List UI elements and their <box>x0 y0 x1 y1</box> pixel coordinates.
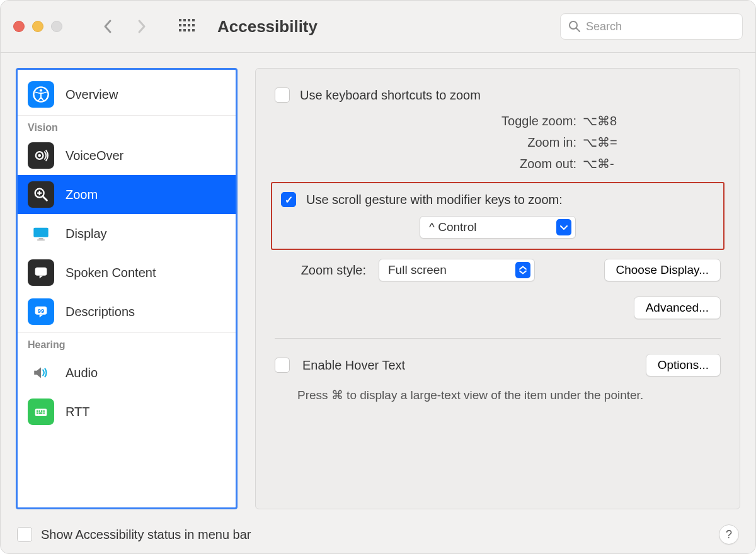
status-menu-bar-checkbox[interactable] <box>17 527 32 542</box>
divider <box>275 338 721 339</box>
stepper-icon <box>515 262 530 278</box>
chevron-right-icon <box>137 19 147 34</box>
modifier-key-value: ^ Control <box>429 220 551 234</box>
advanced-button[interactable]: Advanced... <box>634 297 721 319</box>
help-button[interactable]: ? <box>719 524 739 545</box>
zoom-out-value: ⌥⌘- <box>583 153 639 174</box>
scroll-gesture-checkbox[interactable] <box>281 192 296 207</box>
svg-point-17 <box>38 154 41 157</box>
svg-rect-35 <box>43 412 45 414</box>
hover-text-description: Press ⌘ to display a large-text view of … <box>297 388 721 402</box>
svg-rect-31 <box>41 410 42 412</box>
category-sidebar: Overview Vision VoiceOver Zoom <box>16 68 238 509</box>
help-icon: ? <box>726 528 732 541</box>
sidebar-item-display[interactable]: Display <box>18 214 236 253</box>
sidebar-item-rtt[interactable]: RTT <box>18 392 236 431</box>
toggle-zoom-value: ⌥⌘8 <box>583 110 639 132</box>
svg-rect-24 <box>37 239 45 240</box>
sidebar-heading-hearing: Hearing <box>18 334 236 353</box>
keyboard-shortcuts-label: Use keyboard shortcuts to zoom <box>300 88 481 103</box>
audio-icon <box>28 359 54 386</box>
zoom-in-value: ⌥⌘= <box>583 132 639 153</box>
svg-rect-1 <box>183 19 186 21</box>
keyboard-shortcuts-row: Use keyboard shortcuts to zoom <box>275 88 721 103</box>
zoom-style-value: Full screen <box>388 263 510 277</box>
choose-display-button[interactable]: Choose Display... <box>604 259 721 281</box>
minimize-window-button[interactable] <box>32 21 43 32</box>
svg-rect-7 <box>192 24 195 26</box>
display-icon <box>28 220 54 247</box>
sidebar-item-voiceover[interactable]: VoiceOver <box>18 136 236 175</box>
svg-rect-23 <box>39 238 43 239</box>
sidebar-heading-vision: Vision <box>18 117 236 136</box>
svg-rect-30 <box>39 410 40 412</box>
svg-rect-0 <box>179 19 181 21</box>
svg-rect-2 <box>188 19 190 21</box>
show-all-button[interactable] <box>175 14 200 39</box>
system-preferences-window: Accessibility Overview Vision <box>0 0 756 554</box>
descriptions-icon: 99 <box>28 298 54 325</box>
hover-text-checkbox[interactable] <box>275 358 290 373</box>
sidebar-item-label: VoiceOver <box>66 149 123 163</box>
svg-rect-32 <box>43 410 45 412</box>
nav-buttons <box>93 14 157 39</box>
chevron-left-icon <box>103 19 113 34</box>
zoom-icon <box>28 181 54 208</box>
sidebar-item-descriptions[interactable]: 99 Descriptions <box>18 292 236 331</box>
hover-text-label: Enable Hover Text <box>302 358 405 373</box>
svg-rect-4 <box>179 24 181 26</box>
sidebar-item-label: Descriptions <box>66 305 135 319</box>
scroll-gesture-row: Use scroll gesture with modifier keys to… <box>281 192 714 207</box>
back-button[interactable] <box>93 14 123 39</box>
svg-text:99: 99 <box>38 308 44 314</box>
svg-line-13 <box>576 28 580 31</box>
modifier-key-select[interactable]: ^ Control <box>420 216 576 239</box>
search-icon <box>568 20 581 33</box>
sidebar-item-label: Overview <box>66 88 118 102</box>
toolbar: Accessibility <box>1 1 755 52</box>
svg-rect-11 <box>192 29 195 31</box>
search-input[interactable] <box>586 20 735 33</box>
sidebar-item-audio[interactable]: Audio <box>18 353 236 392</box>
zoom-window-button[interactable] <box>51 21 62 32</box>
svg-rect-8 <box>179 29 181 31</box>
svg-rect-34 <box>39 412 43 414</box>
forward-button[interactable] <box>127 14 157 39</box>
sidebar-item-spoken-content[interactable]: Spoken Content <box>18 253 236 292</box>
zoom-in-label: Zoom in: <box>356 132 583 153</box>
sidebar-item-zoom[interactable]: Zoom <box>18 175 236 214</box>
svg-rect-5 <box>183 24 186 26</box>
toggle-zoom-label: Toggle zoom: <box>356 110 583 132</box>
status-menu-bar-label: Show Accessibility status in menu bar <box>41 528 251 542</box>
sidebar-item-label: Display <box>66 227 107 241</box>
accessibility-icon <box>28 81 54 108</box>
window-controls <box>13 21 62 32</box>
svg-rect-22 <box>33 228 48 237</box>
hover-options-button[interactable]: Options... <box>646 354 721 376</box>
grid-icon <box>179 19 195 34</box>
svg-rect-3 <box>192 19 195 21</box>
search-field[interactable] <box>560 13 743 40</box>
footer: Show Accessibility status in menu bar ? <box>1 516 755 553</box>
sidebar-item-label: Audio <box>66 366 98 380</box>
svg-rect-10 <box>188 29 190 31</box>
spoken-content-icon <box>28 259 54 286</box>
svg-rect-33 <box>37 412 38 414</box>
scroll-gesture-highlight: Use scroll gesture with modifier keys to… <box>271 182 724 250</box>
zoom-style-label: Zoom style: <box>275 263 366 278</box>
svg-point-15 <box>40 89 42 91</box>
svg-line-21 <box>43 197 47 201</box>
zoom-out-label: Zoom out: <box>356 153 583 174</box>
keyboard-shortcuts-checkbox[interactable] <box>275 88 290 103</box>
scroll-gesture-label: Use scroll gesture with modifier keys to… <box>306 193 563 207</box>
svg-rect-25 <box>35 268 47 276</box>
zoom-style-select[interactable]: Full screen <box>379 259 535 281</box>
sidebar-item-overview[interactable]: Overview <box>18 75 236 114</box>
close-window-button[interactable] <box>13 21 25 32</box>
settings-pane: Use keyboard shortcuts to zoom Toggle zo… <box>255 68 740 509</box>
keyboard-shortcut-list: Toggle zoom:⌥⌘8 Zoom in:⌥⌘= Zoom out:⌥⌘- <box>275 110 721 174</box>
sidebar-item-label: Spoken Content <box>66 266 156 280</box>
sidebar-item-label: Zoom <box>66 188 98 202</box>
pane-title: Accessibility <box>217 17 318 37</box>
rtt-icon <box>28 399 54 425</box>
